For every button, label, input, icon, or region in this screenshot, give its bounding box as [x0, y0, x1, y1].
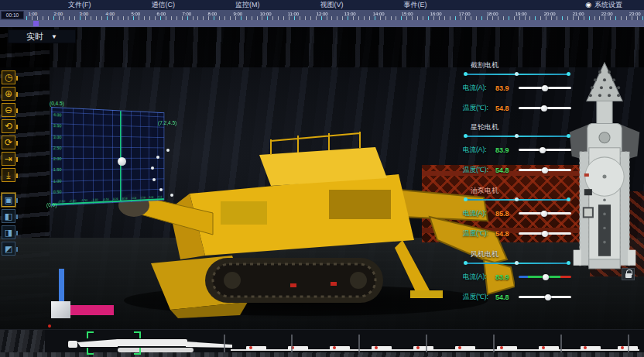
menu-item[interactable]: 视图(V)	[320, 0, 344, 10]
motor-panel-title: 油泵电机	[471, 186, 571, 196]
view-preset-button[interactable]: ◧	[2, 209, 15, 223]
menu-item[interactable]: 事件(E)	[404, 0, 427, 10]
tool-button[interactable]: ⇥	[2, 152, 15, 166]
slider-thumb[interactable]	[542, 167, 548, 173]
timeline-tick-label: 8:00	[208, 11, 218, 15]
menu-items: 文件(F)通信(C)监控(M)视图(V)事件(E)	[68, 0, 427, 10]
panel-connector-line	[464, 136, 570, 137]
tool-button[interactable]: ◷	[2, 70, 15, 84]
timeline-ruler[interactable]: 00:10 1:002:003:004:005:006:007:008:009:…	[0, 10, 644, 20]
timeline-cursor-readout: 00:10	[1, 11, 24, 19]
motor-temperature-row: 温度(℃): 54.8	[463, 164, 571, 176]
section-y-label: 0.50	[53, 190, 62, 194]
mode-dropdown[interactable]: 实时 ▼	[8, 29, 76, 43]
motor-panel: 油泵电机 电流(A): 85.8 温度(℃): 54.8	[463, 186, 571, 239]
current-label: 电流(A):	[463, 273, 495, 282]
slider-thumb[interactable]	[542, 231, 548, 237]
temperature-value: 54.8	[495, 105, 516, 112]
view-preset-button[interactable]: ▣	[2, 193, 15, 207]
timeline-tick-label: 17:00	[458, 11, 470, 15]
tool-icon: ⇥	[5, 154, 12, 163]
section-y-label: 3.00	[53, 135, 62, 139]
tool-button[interactable]: ⟳	[2, 136, 15, 149]
lock-button[interactable]	[622, 268, 635, 280]
current-slider[interactable]	[519, 276, 571, 278]
view-cube-icon: ▣	[5, 196, 12, 204]
current-label: 电流(A):	[463, 146, 495, 155]
minimap-strip[interactable]	[0, 329, 644, 357]
tool-button[interactable]: ⊕	[2, 87, 15, 101]
tool-icon: ⊖	[5, 105, 12, 115]
bracket-corner	[134, 331, 141, 338]
machine-schematic-topview	[565, 58, 644, 284]
menu-item[interactable]: 监控(M)	[235, 0, 260, 10]
slider-thumb[interactable]	[543, 274, 549, 280]
motor-current-row: 电流(A): 83.9	[463, 82, 571, 94]
settings-button[interactable]: ◉ 系统设置	[585, 0, 622, 10]
tool-button[interactable]: ⤓	[2, 168, 15, 182]
line-dot	[567, 72, 570, 76]
slider-thumb[interactable]	[540, 147, 546, 153]
probe-dot	[159, 188, 163, 191]
current-slider[interactable]	[519, 149, 571, 151]
bracket-corner	[87, 348, 94, 355]
temperature-label: 温度(℃):	[463, 104, 495, 113]
section-y-label: 2.50	[53, 146, 62, 150]
tool-button[interactable]: ⟲	[2, 119, 15, 133]
slider-thumb[interactable]	[541, 211, 547, 217]
temperature-slider[interactable]	[519, 169, 571, 171]
panel-connector-line	[464, 199, 570, 201]
view-preset-button[interactable]: ◩	[2, 242, 15, 256]
section-corner-top-left: (0,4.5)	[50, 101, 64, 106]
timeline-track[interactable]	[0, 20, 644, 27]
chevron-down-icon: ▼	[51, 33, 57, 40]
view-tools-toolbar: ◷ ⊕ ⊖ ⟲ ⟳ ⇥ ⤓	[2, 70, 15, 182]
temperature-slider[interactable]	[519, 107, 571, 109]
motor-current-row: 电流(A): 83.9	[463, 144, 571, 156]
current-value: 85.8	[495, 210, 516, 218]
section-y-labels: 4.003.503.002.502.001.501.000.50	[53, 112, 62, 194]
section-y-label: 4.00	[53, 112, 62, 117]
line-dot	[515, 72, 519, 76]
timeline-tick-label: 2:00	[54, 11, 63, 15]
menu-bar: 文件(F)通信(C)监控(M)视图(V)事件(E) ◉ 系统设置	[0, 0, 644, 10]
temperature-value: 54.8	[495, 230, 516, 238]
view-preset-button[interactable]: ◨	[2, 225, 15, 239]
temperature-slider[interactable]	[519, 232, 571, 235]
3d-viewport[interactable]: 实时 ▼ ◷ ⊕ ⊖ ⟲ ⟳ ⇥ ⤓ ▣ ◧ ◨	[0, 27, 644, 329]
panel-connector-line	[464, 263, 570, 264]
probe-dot	[156, 156, 159, 159]
view-presets-toolbar: ▣ ◧ ◨ ◩	[2, 193, 15, 256]
current-value: 83.9	[495, 273, 516, 281]
bracket-corner	[87, 331, 94, 338]
timeline-position-marker[interactable]	[33, 21, 39, 26]
timeline-tick-label: 15:00	[402, 11, 413, 15]
section-x-label: -2.50	[58, 199, 65, 203]
minimap-selection-box[interactable]	[87, 331, 141, 355]
current-label: 电流(A):	[463, 84, 495, 93]
slider-thumb[interactable]	[542, 85, 548, 91]
timeline-tick-label: 12:00	[316, 11, 327, 15]
line-dot	[515, 197, 519, 201]
line-dot	[515, 134, 519, 138]
timeline-tick-label: 16:00	[430, 11, 441, 15]
timeline-tick-label: 9:00	[234, 11, 243, 15]
current-slider[interactable]	[519, 87, 571, 89]
temperature-value: 54.8	[495, 166, 516, 174]
menu-item[interactable]: 通信(C)	[152, 0, 176, 10]
motor-panel-title: 风机电机	[471, 249, 571, 259]
temperature-slider[interactable]	[519, 296, 571, 298]
probe-dot	[166, 149, 170, 152]
motor-panels: 截割电机 电流(A): 83.9 温度(℃): 54.8	[463, 60, 571, 313]
menu-item[interactable]: 文件(F)	[68, 0, 91, 10]
line-dot	[515, 261, 519, 265]
section-corner-top-right: (7.2,4.5)	[158, 120, 176, 125]
cutting-section-grid: 4.003.503.002.502.001.501.000.50 -2.50-2…	[51, 107, 164, 206]
tool-button[interactable]: ⊖	[2, 103, 15, 117]
section-corner-bottom-left: (0,0)	[46, 202, 57, 208]
current-slider[interactable]	[519, 212, 571, 215]
timeline-tick-label: 11:00	[288, 11, 300, 15]
slider-thumb[interactable]	[541, 105, 547, 112]
slider-thumb[interactable]	[545, 294, 551, 300]
mode-value: 实时	[26, 31, 43, 43]
